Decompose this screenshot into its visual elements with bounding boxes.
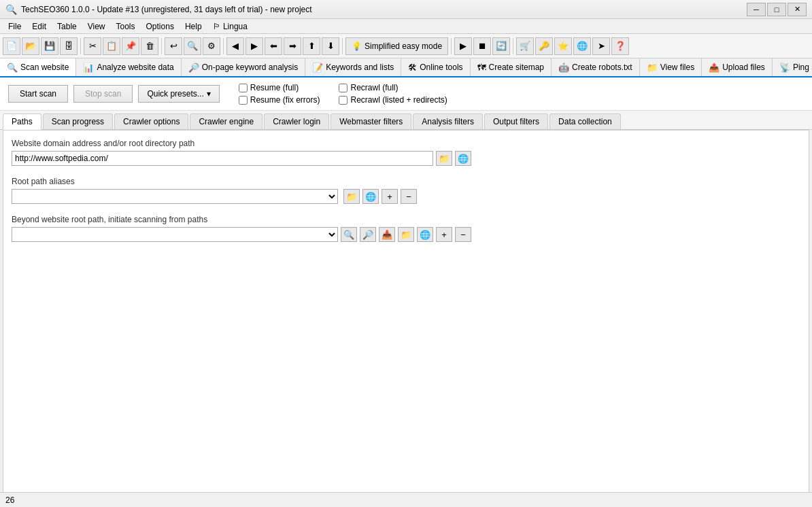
menu-item-file[interactable]: File <box>3 20 27 33</box>
start-green-button[interactable]: ▶ <box>454 37 472 55</box>
menu-item-🏳-lingua[interactable]: 🏳 Lingua <box>207 20 253 33</box>
scan-paths-field-group: Beyond website root path, initiate scann… <box>12 215 800 242</box>
root-aliases-add-button[interactable]: + <box>382 189 398 204</box>
menu-item-options[interactable]: Options <box>141 20 180 33</box>
stop-red-button[interactable]: ⏹ <box>473 37 491 55</box>
menu-item-help[interactable]: Help <box>180 20 207 33</box>
scan-paths-select[interactable] <box>12 227 338 242</box>
nav-left-button[interactable]: ⬅ <box>265 37 282 55</box>
recrawl-options-group: Recrawl (full) Recrawl (listed + redirec… <box>339 83 447 105</box>
domain-input[interactable] <box>12 151 433 166</box>
menu-item-table[interactable]: Table <box>52 20 82 33</box>
scan-paths-bing-button[interactable]: 🔎 <box>360 227 376 242</box>
nav-tab-9[interactable]: 📡Ping sitema... <box>773 58 812 76</box>
menu-item-edit[interactable]: Edit <box>27 20 52 33</box>
section-tab-webmaster-filters[interactable]: Webmaster filters <box>331 113 411 129</box>
nav-right-button[interactable]: ➡ <box>284 37 301 55</box>
nav-fwd-button[interactable]: ▶ <box>246 37 263 55</box>
section-tab-paths[interactable]: Paths <box>3 113 41 130</box>
cart-button[interactable]: 🛒 <box>516 37 534 55</box>
nav-down-button[interactable]: ⬇ <box>322 37 339 55</box>
minimize-button[interactable]: ─ <box>747 3 766 16</box>
close-button[interactable]: ✕ <box>788 3 807 16</box>
scan-controls: Start scan Stop scan Quick presets... ▾ … <box>0 77 812 111</box>
nav-tab-3[interactable]: 📝Keywords and lists <box>305 58 401 76</box>
nav-back-button[interactable]: ◀ <box>226 37 244 55</box>
root-aliases-select[interactable] <box>12 189 338 204</box>
scan-paths-import-button[interactable]: 📥 <box>379 227 395 242</box>
resume-full-checkbox[interactable] <box>239 84 248 92</box>
nav-tab-6[interactable]: 🤖Create robots.txt <box>552 58 640 76</box>
delete-button[interactable]: 🗑 <box>141 37 158 55</box>
toolbar-separator-3 <box>223 38 224 54</box>
root-aliases-field-group: Root path aliases 📁 🌐 + − <box>12 177 800 204</box>
root-aliases-remove-button[interactable]: − <box>401 189 417 204</box>
nav-tab-label-2: On-page keyword analysis <box>202 63 298 72</box>
filter-button[interactable]: ⚙ <box>203 37 220 55</box>
scan-paths-label: Beyond website root path, initiate scann… <box>12 215 800 224</box>
menu-item-tools[interactable]: Tools <box>111 20 141 33</box>
scan-paths-globe-button[interactable]: 🌐 <box>417 227 433 242</box>
nav-tab-5[interactable]: 🗺Create sitemap <box>471 58 552 76</box>
save-as-button[interactable]: 🗄 <box>60 37 78 55</box>
menu-item-view[interactable]: View <box>82 20 111 33</box>
resume-fix-errors-label: Resume (fix errors) <box>250 95 320 105</box>
arrow-button[interactable]: ➤ <box>592 37 610 55</box>
section-tab-output-filters[interactable]: Output filters <box>484 113 548 129</box>
scan-paths-google-button[interactable]: 🔍 <box>341 227 357 242</box>
nav-tab-label-5: Create sitemap <box>489 63 544 72</box>
scan-paths-folder-button[interactable]: 📁 <box>398 227 414 242</box>
favorite-button[interactable]: ⭐ <box>554 37 572 55</box>
key-button[interactable]: 🔑 <box>535 37 553 55</box>
resume-fix-errors-checkbox[interactable] <box>239 96 248 105</box>
simplified-label: Simplified easy mode <box>365 41 442 51</box>
scan-paths-add-button[interactable]: + <box>436 227 452 242</box>
nav-tab-0[interactable]: 🔍Scan website <box>0 58 76 77</box>
quick-presets-button[interactable]: Quick presets... ▾ <box>138 85 219 103</box>
start-scan-button[interactable]: Start scan <box>8 85 68 103</box>
section-tab-crawler-login[interactable]: Crawler login <box>264 113 329 129</box>
section-tab-crawler-engine[interactable]: Crawler engine <box>190 113 263 129</box>
section-tab-analysis-filters[interactable]: Analysis filters <box>413 113 483 129</box>
root-aliases-folder-button[interactable]: 📁 <box>343 189 360 204</box>
scan-paths-remove-button[interactable]: − <box>455 227 471 242</box>
help-button[interactable]: ❓ <box>611 37 629 55</box>
new-button[interactable]: 📄 <box>3 37 20 55</box>
nav-tab-label-0: Scan website <box>20 63 69 72</box>
nav-tab-4[interactable]: 🛠Online tools <box>401 58 470 76</box>
copy-button[interactable]: 📋 <box>103 37 120 55</box>
open-button[interactable]: 📂 <box>22 37 39 55</box>
top-nav: 🔍Scan website📊Analyze website data🔎On-pa… <box>0 58 812 77</box>
nav-tab-label-6: Create robots.txt <box>572 63 632 72</box>
nav-tab-2[interactable]: 🔎On-page keyword analysis <box>182 58 305 76</box>
recrawl-listed-checkbox[interactable] <box>339 96 348 105</box>
globe-button[interactable]: 🌐 <box>573 37 591 55</box>
section-tab-data-collection[interactable]: Data collection <box>549 113 621 129</box>
recrawl-full-checkbox[interactable] <box>339 84 348 92</box>
simplified-easy-mode-button[interactable]: 💡 Simplified easy mode <box>345 37 448 55</box>
undo-button[interactable]: ↩ <box>165 37 182 55</box>
cut-button[interactable]: ✂ <box>84 37 101 55</box>
nav-tab-icon-2: 🔎 <box>188 63 199 73</box>
titlebar-left: 🔍 TechSEO360 1.0.0 - Update #13 (unregis… <box>5 4 312 15</box>
nav-tab-icon-8: 📤 <box>709 63 720 73</box>
nav-tab-icon-7: 📁 <box>647 63 658 73</box>
nav-up-button[interactable]: ⬆ <box>303 37 320 55</box>
stop-scan-button[interactable]: Stop scan <box>73 85 133 103</box>
section-tab-crawler-options[interactable]: Crawler options <box>114 113 188 129</box>
paste-button[interactable]: 📌 <box>122 37 139 55</box>
simplified-icon: 💡 <box>352 41 362 51</box>
app-icon: 🔍 <box>5 4 17 15</box>
nav-tab-8[interactable]: 📤Upload files <box>702 58 773 76</box>
maximize-button[interactable]: □ <box>767 3 786 16</box>
save-button[interactable]: 💾 <box>41 37 58 55</box>
search-button[interactable]: 🔍 <box>184 37 201 55</box>
domain-globe-button[interactable]: 🌐 <box>455 151 471 166</box>
domain-folder-button[interactable]: 📁 <box>436 151 452 166</box>
nav-tab-7[interactable]: 📁View files <box>640 58 702 76</box>
nav-tab-1[interactable]: 📊Analyze website data <box>76 58 181 76</box>
section-tab-scan-progress[interactable]: Scan progress <box>43 113 113 129</box>
root-aliases-globe-button[interactable]: 🌐 <box>362 189 379 204</box>
refresh-button[interactable]: 🔄 <box>492 37 510 55</box>
root-aliases-label: Root path aliases <box>12 177 800 186</box>
